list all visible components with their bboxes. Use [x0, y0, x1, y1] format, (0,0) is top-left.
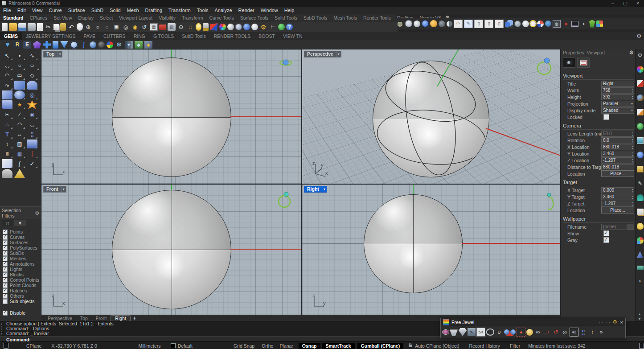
- toolbar-tab[interactable]: Visibility: [156, 15, 179, 21]
- help-icon[interactable]: ?: [286, 24, 293, 30]
- menu-item[interactable]: Transform: [165, 8, 194, 13]
- null-circle-icon[interactable]: ⊘: [561, 328, 569, 336]
- osnap-toggle[interactable]: Osnap: [299, 343, 320, 349]
- shaded-sphere-icon[interactable]: [227, 24, 234, 30]
- gem-r-icon[interactable]: R: [13, 41, 21, 49]
- menu-item[interactable]: Analyze: [211, 8, 235, 13]
- gumball-toggle[interactable]: Gumball (CPlane): [357, 343, 404, 349]
- heart-chart-icon[interactable]: ♥: [125, 41, 133, 49]
- prong-wire-icon[interactable]: ∪: [495, 328, 503, 336]
- shield-icon[interactable]: [589, 20, 595, 28]
- pan-hand-icon[interactable]: [77, 23, 83, 31]
- delete-view-icon[interactable]: ×: [562, 20, 570, 28]
- sun-spheres-icon[interactable]: ◗: [637, 277, 644, 284]
- polygon-icon[interactable]: ◇: [27, 71, 37, 80]
- boolean-icon[interactable]: ◉: [27, 110, 37, 119]
- bezel-oval-icon[interactable]: [486, 328, 494, 336]
- rotate-view-icon[interactable]: ⊕: [84, 23, 92, 31]
- gold-dome-icon[interactable]: [526, 329, 533, 336]
- box-icon[interactable]: [2, 90, 12, 99]
- toolbar-tab[interactable]: Mesh Tools: [330, 15, 360, 21]
- gems-tab[interactable]: JEWELERY SETTINGS: [22, 33, 80, 39]
- gem-trio-icon[interactable]: [510, 329, 516, 335]
- lock-icon[interactable]: [203, 23, 209, 31]
- menu-item[interactable]: Solid: [107, 8, 123, 13]
- surface-patch-icon[interactable]: [14, 81, 25, 90]
- material-icon[interactable]: [637, 80, 644, 87]
- libraries-icon[interactable]: [637, 266, 644, 270]
- point-group-icon[interactable]: ∴: [2, 120, 12, 129]
- btn-capsule1-icon[interactable]: ▯: [474, 20, 483, 28]
- ring-top-icon[interactable]: [443, 330, 449, 334]
- property-value[interactable]: Parallel: [601, 101, 634, 107]
- gem-pair-red-icon[interactable]: [504, 329, 509, 335]
- panel-toggle-icon[interactable]: [639, 343, 644, 349]
- blue-grid-sphere-icon[interactable]: [422, 20, 429, 27]
- auto-cplane-toggle[interactable]: Auto CPlane (Object): [415, 343, 459, 349]
- menu-item[interactable]: Edit: [14, 8, 29, 13]
- property-value[interactable]: [603, 230, 609, 236]
- lamp-icon[interactable]: [637, 223, 644, 230]
- palette-icon[interactable]: [637, 237, 644, 244]
- cross-gem-icon[interactable]: [43, 41, 51, 49]
- undo-icon[interactable]: ↶: [67, 23, 75, 31]
- menu-item[interactable]: Curve: [45, 8, 65, 13]
- property-value[interactable]: Place...: [601, 207, 634, 214]
- gems-tab[interactable]: RENDER TOOLS: [210, 33, 254, 39]
- menu-item[interactable]: Render: [235, 8, 258, 13]
- explode-icon[interactable]: ★: [14, 100, 25, 109]
- tab-viewport-properties[interactable]: [563, 57, 575, 68]
- zoom-icon[interactable]: ○: [94, 23, 102, 31]
- statusbar-pane-icon[interactable]: [4, 343, 8, 349]
- move-icon[interactable]: ↕: [2, 140, 12, 148]
- gems-tab[interactable]: G TOOLS: [149, 33, 178, 39]
- blend-curve-icon[interactable]: ◡: [27, 120, 37, 129]
- property-value[interactable]: Right: [601, 81, 634, 87]
- select-arrow-icon[interactable]: ↖: [2, 51, 12, 60]
- oval-gem-icon[interactable]: [70, 41, 78, 49]
- toolbar-tab[interactable]: CPlanes: [27, 15, 51, 21]
- text-icon[interactable]: T: [2, 130, 12, 139]
- close-button[interactable]: ×: [632, 0, 644, 7]
- property-value[interactable]: (none): [601, 224, 626, 230]
- menu-item[interactable]: Surface: [65, 8, 88, 13]
- extrude-solid-icon[interactable]: [27, 140, 37, 148]
- red-curve-icon[interactable]: ↺: [552, 328, 560, 336]
- viewport-right[interactable]: zy Right ▾: [302, 184, 561, 316]
- visibility-flag-icon[interactable]: [210, 23, 218, 31]
- trillion-gem-icon[interactable]: [60, 41, 68, 49]
- array-linear-icon[interactable]: ┆: [27, 149, 37, 158]
- lightbulb-icon[interactable]: [196, 23, 201, 31]
- surface-curved-icon[interactable]: [27, 81, 37, 90]
- tension-setting-icon[interactable]: [459, 328, 467, 336]
- cut-icon[interactable]: ✂: [44, 23, 52, 31]
- property-value[interactable]: 0.0: [601, 137, 634, 144]
- dark-gem-icon[interactable]: [98, 41, 105, 48]
- free-jewel-gear-icon[interactable]: ⚙: [613, 319, 617, 325]
- property-value[interactable]: 880.018: [601, 164, 634, 170]
- web-help-icon[interactable]: [278, 24, 285, 30]
- rotate-cplane-icon[interactable]: ⊙: [177, 23, 185, 31]
- menu-item[interactable]: View: [29, 8, 46, 13]
- property-value[interactable]: Place...: [601, 170, 634, 177]
- property-value[interactable]: [603, 114, 609, 120]
- ortho-toggle[interactable]: Ortho: [262, 343, 273, 349]
- viewport-menu-arrow[interactable]: ▾: [322, 186, 327, 193]
- btn-wireframe-icon[interactable]: ◠: [454, 20, 463, 28]
- gems-gear-icon[interactable]: ⚙: [636, 33, 641, 39]
- gem-cluster-icon[interactable]: [107, 41, 113, 48]
- copy-icon[interactable]: [53, 24, 59, 30]
- monitor-icon[interactable]: [571, 21, 578, 27]
- columns-icon[interactable]: Ⅲ: [2, 149, 12, 158]
- round-gem-icon[interactable]: [90, 41, 96, 48]
- minimize-button[interactable]: –: [607, 0, 619, 7]
- viewport-layout-icon[interactable]: ▦: [150, 23, 158, 31]
- small-globe-icon[interactable]: [545, 21, 551, 27]
- sphere-solid-icon[interactable]: [14, 90, 25, 99]
- zoom-selected-icon[interactable]: ◉: [131, 23, 139, 31]
- extrude-surface-icon[interactable]: [2, 100, 12, 109]
- viewport-menu-arrow[interactable]: ▾: [62, 186, 66, 193]
- viewport-perspective[interactable]: z y x Perspective ▾: [302, 49, 561, 184]
- property-value[interactable]: 3.460: [601, 151, 634, 157]
- toolbar-tab[interactable]: Viewport Layout: [116, 15, 156, 21]
